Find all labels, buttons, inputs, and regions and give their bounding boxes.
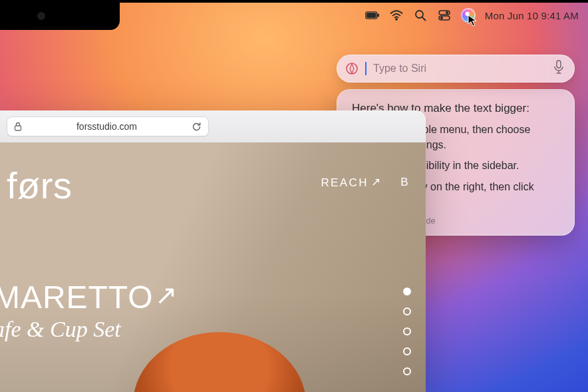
lock-icon xyxy=(14,122,22,131)
svg-point-9 xyxy=(440,17,442,19)
carousel-dot[interactable] xyxy=(403,347,411,355)
product-image xyxy=(133,332,306,392)
external-arrow-icon: ↗ xyxy=(155,280,178,309)
svg-rect-2 xyxy=(377,14,378,17)
carousel-dot[interactable] xyxy=(403,327,411,335)
menubar-clock[interactable]: Mon Jun 10 9:41 AM xyxy=(485,10,579,21)
display-notch xyxy=(0,0,120,30)
microphone-icon[interactable] xyxy=(553,60,565,77)
svg-point-7 xyxy=(446,11,448,13)
wifi-icon[interactable] xyxy=(389,8,404,23)
reload-icon[interactable] xyxy=(192,122,202,132)
safari-window: forsstudio.com førs REACH↗ B MARETTO↗ af… xyxy=(0,110,426,392)
svg-rect-1 xyxy=(367,13,376,18)
siri-compass-icon xyxy=(345,62,359,75)
site-logo[interactable]: førs xyxy=(7,164,72,207)
safari-toolbar: forsstudio.com xyxy=(0,110,426,142)
siri-input[interactable]: Type to Siri xyxy=(337,55,575,83)
site-nav: REACH↗ B xyxy=(321,176,410,190)
address-bar[interactable]: forsstudio.com xyxy=(7,116,209,136)
svg-point-3 xyxy=(395,19,397,21)
svg-rect-11 xyxy=(557,61,561,68)
spotlight-search-icon[interactable] xyxy=(413,8,428,23)
siri-menubar-icon[interactable] xyxy=(461,8,476,23)
web-content[interactable]: førs REACH↗ B MARETTO↗ afe & Cup Set xyxy=(0,142,426,392)
url-text: forsstudio.com xyxy=(27,121,186,132)
hero-title: MARETTO↗ xyxy=(0,279,178,315)
carousel-dot[interactable] xyxy=(403,307,411,315)
carousel-dot[interactable] xyxy=(403,367,411,375)
carousel-dots xyxy=(403,288,411,375)
nav-link-reach[interactable]: REACH↗ xyxy=(321,176,382,190)
menubar: Mon Jun 10 9:41 AM xyxy=(120,3,588,28)
battery-icon[interactable] xyxy=(365,8,380,23)
carousel-dot[interactable] xyxy=(403,288,411,295)
nav-link-partial[interactable]: B xyxy=(400,176,410,190)
text-caret xyxy=(365,62,367,75)
svg-point-4 xyxy=(416,11,423,18)
siri-placeholder: Type to Siri xyxy=(373,63,426,75)
svg-line-5 xyxy=(422,17,426,21)
hero-subtitle: afe & Cup Set xyxy=(0,317,121,342)
svg-rect-14 xyxy=(15,126,21,130)
external-arrow-icon: ↗ xyxy=(371,175,382,189)
control-center-icon[interactable] xyxy=(437,8,452,23)
